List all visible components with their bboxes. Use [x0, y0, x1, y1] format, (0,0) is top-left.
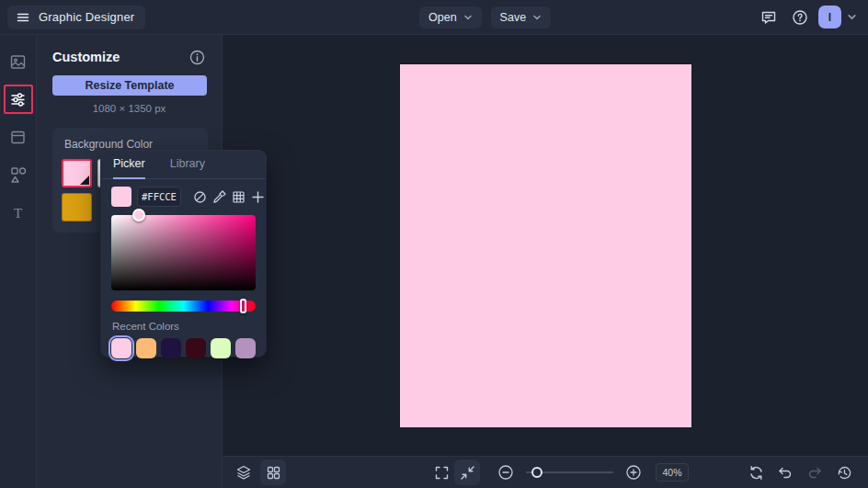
zoom-slider[interactable] [526, 463, 613, 482]
recent-color-swatch[interactable] [111, 338, 131, 358]
help-icon [792, 9, 808, 26]
sidebar-item-text[interactable]: T [4, 198, 33, 227]
sliders-icon [9, 91, 27, 108]
current-color-swatch[interactable] [111, 187, 131, 207]
recent-colors-row [111, 338, 256, 358]
zoom-out-icon [497, 464, 514, 481]
undo-button[interactable] [772, 460, 798, 485]
layout-icon [9, 129, 27, 146]
recent-color-swatch[interactable] [161, 338, 181, 358]
undo-icon [777, 464, 794, 481]
fullscreen-button[interactable] [428, 460, 454, 485]
zoom-out-button[interactable] [493, 460, 519, 485]
recent-color-swatch[interactable] [235, 338, 256, 358]
zoom-slider-handle[interactable] [531, 467, 542, 478]
saturation-handle[interactable] [132, 209, 145, 221]
palette-grid-button[interactable] [230, 187, 246, 207]
hue-slider[interactable] [111, 301, 256, 312]
eyedropper-button[interactable] [211, 187, 227, 207]
account-chevron-down-icon[interactable] [847, 12, 857, 22]
sidebar-item-photos[interactable] [4, 47, 33, 76]
tab-library[interactable]: Library [170, 157, 205, 179]
text-icon: T [9, 204, 27, 221]
pages-grid-icon [266, 465, 281, 481]
top-bar: Graphic Designer Open Save I [0, 0, 868, 35]
recent-color-swatch[interactable] [186, 338, 206, 358]
open-button[interactable]: Open [419, 6, 482, 28]
refresh-icon [748, 465, 764, 481]
save-button-label: Save [500, 11, 527, 24]
sidebar-item-elements[interactable] [4, 160, 33, 189]
sidebar-item-customize[interactable] [4, 85, 33, 114]
info-icon [189, 50, 206, 65]
background-swatch[interactable] [62, 159, 92, 187]
history-button[interactable] [831, 460, 857, 485]
layers-icon [235, 464, 252, 481]
tab-picker[interactable]: Picker [113, 157, 145, 179]
color-picker-tabs: Picker Library [101, 151, 266, 179]
workspace [223, 35, 868, 456]
resize-template-button[interactable]: Resize Template [52, 75, 207, 96]
hue-handle[interactable] [240, 299, 246, 313]
zoom-level-input[interactable] [656, 463, 689, 482]
background-color-label: Background Color [62, 138, 199, 151]
bottom-bar [223, 456, 868, 488]
zoom-in-button[interactable] [621, 460, 646, 485]
design-canvas[interactable] [400, 64, 691, 427]
recent-color-swatch[interactable] [211, 338, 231, 358]
recent-colors-label: Recent Colors [112, 321, 255, 332]
shapes-icon [9, 165, 28, 184]
open-button-label: Open [428, 11, 457, 24]
saturation-value-gradient[interactable] [111, 215, 256, 290]
save-button[interactable]: Save [491, 6, 552, 28]
image-icon [9, 53, 27, 71]
svg-text:T: T [14, 205, 22, 220]
panel-title: Customize [52, 50, 120, 64]
feedback-button[interactable] [756, 5, 782, 30]
pages-button[interactable] [260, 460, 286, 485]
color-picker-popup: Picker Library [101, 151, 266, 357]
background-swatch[interactable] [62, 193, 92, 221]
sidebar-item-layouts[interactable] [4, 122, 33, 152]
no-color-icon [193, 190, 207, 204]
plus-icon [251, 190, 265, 204]
avatar[interactable]: I [818, 6, 841, 28]
sidebar-rail: T [0, 35, 37, 488]
add-color-button[interactable] [249, 187, 266, 207]
template-size-label: 1080 × 1350 px [37, 103, 222, 114]
fullscreen-icon [434, 465, 450, 481]
comment-icon [760, 9, 777, 26]
redo-button[interactable] [802, 460, 828, 485]
redo-icon [806, 464, 823, 481]
app-title: Graphic Designer [39, 10, 134, 24]
eyedropper-icon [212, 190, 226, 204]
hex-color-input[interactable] [137, 187, 181, 207]
menu-icon [16, 10, 30, 25]
info-button[interactable] [189, 49, 206, 65]
layers-button[interactable] [231, 460, 257, 485]
chevron-down-icon [463, 13, 473, 22]
main-menu-button[interactable]: Graphic Designer [7, 6, 145, 29]
palette-grid-icon [232, 190, 246, 204]
no-color-button[interactable] [191, 187, 208, 207]
help-button[interactable] [787, 5, 813, 30]
history-icon [837, 465, 852, 481]
fit-screen-icon [460, 465, 475, 481]
chevron-down-icon [532, 13, 542, 22]
recent-color-swatch[interactable] [136, 338, 156, 358]
zoom-in-icon [625, 464, 642, 481]
refresh-button[interactable] [743, 460, 769, 485]
fit-screen-button[interactable] [454, 460, 480, 485]
